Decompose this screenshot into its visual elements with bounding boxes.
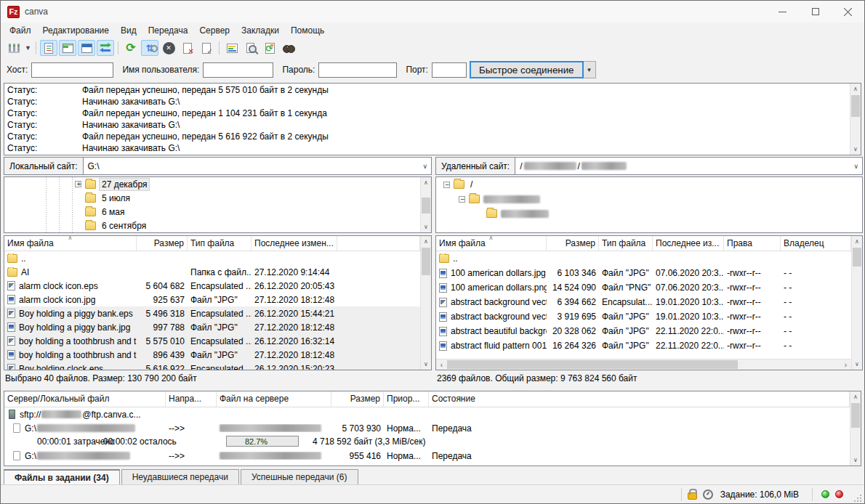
queue-server-row[interactable]: sftp:// @ftp.canva.c...: [4, 407, 850, 421]
tab-successful-transfers[interactable]: Успешные передачи (6): [241, 469, 358, 484]
scroll-right-icon[interactable]: ›: [840, 359, 851, 370]
chevron-down-icon[interactable]: ∨: [422, 163, 427, 170]
column-header-remote-file[interactable]: Файл на сервере: [217, 391, 331, 407]
scroll-up-icon[interactable]: ∧: [421, 177, 431, 188]
local-file-row[interactable]: alarm clock icon.jpg 925 637 Файл "JPG" …: [4, 293, 420, 306]
listing-filters-button[interactable]: [242, 40, 260, 56]
reconnect-button[interactable]: ✓: [198, 40, 215, 56]
local-tree-item[interactable]: 6 мая: [4, 205, 420, 219]
local-tree-item[interactable]: 5 июля: [4, 191, 420, 205]
menu-item[interactable]: Передача: [142, 23, 194, 38]
menu-item[interactable]: Сервер: [193, 23, 236, 38]
local-file-row[interactable]: Boy holding clock.eps 5 616 922 Encapsul…: [4, 362, 420, 370]
remote-list-hscrollbar[interactable]: ‹ ›: [436, 359, 851, 370]
directory-comparison-button[interactable]: [223, 40, 241, 56]
scroll-left-icon[interactable]: ‹: [436, 359, 447, 370]
scroll-up-icon[interactable]: ∧: [850, 391, 861, 402]
local-file-row[interactable]: ..: [4, 251, 420, 265]
column-header-rights[interactable]: Права: [724, 236, 781, 251]
resize-grip[interactable]: [852, 492, 862, 503]
local-file-row[interactable]: boy holding a toothbrush and t... 896 43…: [4, 348, 420, 362]
menu-item[interactable]: Закладки: [236, 23, 285, 38]
tree-expander-icon[interactable]: [75, 181, 81, 187]
remote-file-row[interactable]: 100 american dollars.jpg 6 103 346 Файл …: [436, 266, 851, 280]
site-manager-button[interactable]: [5, 40, 23, 56]
local-site-bar[interactable]: Локальный сайт: G:\ ∨: [4, 157, 432, 175]
synchronized-browsing-button[interactable]: [261, 40, 278, 56]
username-input[interactable]: [203, 62, 273, 78]
scroll-down-icon[interactable]: ∨: [852, 359, 862, 370]
column-header-priority[interactable]: Приор...: [384, 391, 429, 407]
column-header-type[interactable]: Тип файла: [188, 236, 252, 251]
column-header-modified[interactable]: Последнее измен...: [252, 236, 337, 251]
queue-file-row[interactable]: G:\ -->> 955 416 Норма... Передача: [4, 449, 850, 463]
column-header-size[interactable]: Размер: [547, 236, 599, 251]
log-scrollbar[interactable]: ∧ ∨: [850, 84, 861, 155]
maximize-button[interactable]: [799, 1, 832, 23]
local-tree-item[interactable]: 6 сентября: [4, 219, 420, 232]
scroll-down-icon[interactable]: ∨: [850, 455, 861, 466]
remote-file-row[interactable]: abstract background vecto... 3 919 695 Ф…: [436, 309, 851, 324]
column-header-name[interactable]: Имя файла: [436, 236, 547, 251]
column-header-type[interactable]: Тип файла: [599, 236, 653, 251]
menu-item[interactable]: Файл: [4, 23, 37, 38]
local-file-row[interactable]: alarm clock icon.eps 5 604 682 Encapsula…: [4, 279, 420, 293]
menu-item[interactable]: Вид: [115, 23, 142, 38]
column-header-size[interactable]: Размер: [137, 236, 188, 251]
remote-path-combo[interactable]: / / ∨: [515, 158, 862, 174]
toggle-transfer-queue-button[interactable]: [97, 40, 114, 56]
refresh-button[interactable]: ⟳: [122, 40, 140, 56]
tab-files-in-queue[interactable]: Файлы в задании (34): [4, 469, 120, 484]
scroll-down-icon[interactable]: ∨: [421, 359, 431, 370]
speed-limits-icon[interactable]: [703, 489, 713, 500]
local-file-row[interactable]: Boy holding a piggy bank.eps 5 496 318 E…: [4, 306, 420, 320]
chevron-down-icon[interactable]: ∨: [853, 163, 858, 170]
column-header-owner[interactable]: Владелец: [781, 236, 851, 251]
remote-tree-item[interactable]: [436, 192, 851, 206]
menu-item[interactable]: Редактирование: [37, 23, 115, 38]
toggle-remote-tree-button[interactable]: [78, 40, 95, 56]
scroll-down-icon[interactable]: ∨: [421, 221, 431, 232]
column-header-size[interactable]: Размер: [331, 391, 384, 407]
scroll-up-icon[interactable]: ∧: [850, 84, 861, 94]
toggle-queue-processing-button[interactable]: ⇅: [141, 40, 158, 56]
scroll-up-icon[interactable]: ∧: [421, 236, 431, 247]
port-input[interactable]: [432, 62, 467, 78]
site-manager-dropdown[interactable]: ▼: [23, 40, 33, 56]
local-tree-scrollbar[interactable]: ∧ ∨: [420, 177, 431, 232]
column-header-server-local[interactable]: Сервер/Локальный файл: [4, 391, 166, 407]
file-search-button[interactable]: [280, 40, 297, 56]
local-file-row[interactable]: AI Папка с файл... 27.12.2020 9:14:44: [4, 265, 420, 279]
toggle-local-tree-button[interactable]: [59, 40, 76, 56]
remote-file-row[interactable]: abstract fluid pattern 001.jpg 16 264 32…: [436, 338, 851, 353]
remote-file-row[interactable]: abstract beautiful backgro... 20 328 062…: [436, 324, 851, 338]
scroll-up-icon[interactable]: ∧: [852, 236, 862, 247]
local-tree-item[interactable]: 27 декабря: [4, 177, 420, 191]
local-list-scrollbar[interactable]: ∧ ∨: [420, 236, 431, 370]
quickconnect-dropdown[interactable]: ▼: [584, 61, 596, 78]
column-header-direction[interactable]: Напра...: [166, 391, 217, 407]
tree-expander-icon[interactable]: [443, 182, 450, 188]
queue-file-row[interactable]: G:\ -->> 5 703 930 Норма... Передача: [4, 421, 850, 435]
menu-item[interactable]: Помощь: [285, 23, 330, 38]
secure-connection-lock-icon[interactable]: [688, 492, 697, 500]
minimize-button[interactable]: [766, 1, 799, 23]
local-file-row[interactable]: boy holding a toothbrush and t... 5 575 …: [4, 334, 420, 348]
disconnect-button[interactable]: ✕: [179, 40, 196, 56]
local-file-row[interactable]: Boy holding a piggy bank.jpg 997 788 Фай…: [4, 320, 420, 334]
remote-tree-item[interactable]: [436, 206, 851, 221]
remote-site-bar[interactable]: Удаленный сайт: / / ∨: [435, 157, 863, 175]
column-header-modified[interactable]: Последнее из...: [653, 236, 724, 251]
toggle-message-log-button[interactable]: [40, 40, 57, 56]
remote-file-row[interactable]: abstract background vecto... 6 394 662 E…: [436, 295, 851, 309]
quickconnect-button[interactable]: Быстрое соединение: [470, 61, 584, 78]
remote-tree-item[interactable]: /: [436, 177, 851, 192]
column-header-status[interactable]: Состояние: [429, 391, 850, 407]
close-button[interactable]: [832, 1, 864, 23]
password-input[interactable]: [318, 62, 397, 78]
cancel-operation-button[interactable]: [160, 40, 177, 56]
host-input[interactable]: [31, 62, 113, 78]
remote-file-row[interactable]: ..: [436, 251, 851, 266]
remote-file-row[interactable]: 100 american dollars.png 14 524 090 Файл…: [436, 280, 851, 295]
remote-list-scrollbar[interactable]: ∧ ∨: [851, 236, 862, 370]
